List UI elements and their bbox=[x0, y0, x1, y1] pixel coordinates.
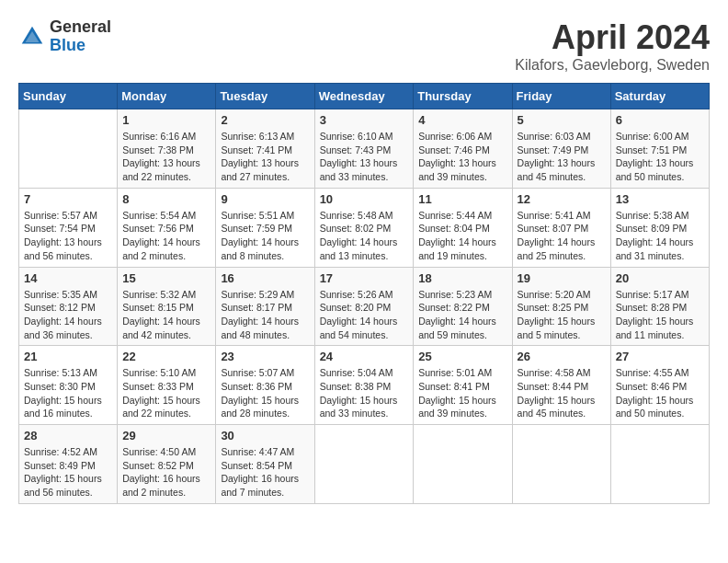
calendar-cell: 1Sunrise: 6:16 AM Sunset: 7:38 PM Daylig… bbox=[118, 109, 216, 189]
day-number: 20 bbox=[616, 271, 704, 285]
calendar-cell: 16Sunrise: 5:29 AM Sunset: 8:17 PM Dayli… bbox=[216, 267, 314, 346]
day-number: 2 bbox=[221, 113, 309, 127]
logo-icon bbox=[18, 23, 46, 51]
calendar-cell: 25Sunrise: 5:01 AM Sunset: 8:41 PM Dayli… bbox=[414, 346, 512, 425]
calendar-cell bbox=[512, 425, 610, 504]
week-row-2: 7Sunrise: 5:57 AM Sunset: 7:54 PM Daylig… bbox=[19, 188, 710, 267]
day-info: Sunrise: 5:41 AM Sunset: 8:07 PM Dayligh… bbox=[518, 209, 606, 263]
calendar-cell: 2Sunrise: 6:13 AM Sunset: 7:41 PM Daylig… bbox=[216, 109, 314, 189]
calendar-cell: 21Sunrise: 5:13 AM Sunset: 8:30 PM Dayli… bbox=[19, 346, 118, 425]
weekday-header-saturday: Saturday bbox=[610, 84, 709, 109]
day-number: 29 bbox=[122, 429, 210, 442]
day-number: 5 bbox=[518, 113, 606, 127]
calendar-cell: 18Sunrise: 5:23 AM Sunset: 8:22 PM Dayli… bbox=[414, 267, 512, 346]
calendar-cell: 6Sunrise: 6:00 AM Sunset: 7:51 PM Daylig… bbox=[610, 109, 709, 189]
location-title: Kilafors, Gaevleborg, Sweden bbox=[515, 57, 710, 74]
day-number: 15 bbox=[122, 271, 210, 285]
day-number: 18 bbox=[418, 271, 506, 285]
day-info: Sunrise: 6:10 AM Sunset: 7:43 PM Dayligh… bbox=[320, 130, 409, 184]
weekday-header-sunday: Sunday bbox=[19, 84, 118, 109]
calendar-cell: 19Sunrise: 5:20 AM Sunset: 8:25 PM Dayli… bbox=[512, 267, 610, 346]
day-info: Sunrise: 4:47 AM Sunset: 8:54 PM Dayligh… bbox=[221, 445, 309, 500]
day-number: 12 bbox=[518, 192, 606, 206]
logo-blue-text: Blue bbox=[50, 36, 85, 54]
week-row-5: 28Sunrise: 4:52 AM Sunset: 8:49 PM Dayli… bbox=[19, 425, 710, 504]
weekday-header-row: SundayMondayTuesdayWednesdayThursdayFrid… bbox=[19, 84, 710, 109]
day-number: 16 bbox=[221, 271, 309, 285]
week-row-4: 21Sunrise: 5:13 AM Sunset: 8:30 PM Dayli… bbox=[19, 346, 710, 425]
calendar-cell: 5Sunrise: 6:03 AM Sunset: 7:49 PM Daylig… bbox=[512, 109, 610, 189]
month-title: April 2024 bbox=[515, 18, 710, 57]
day-info: Sunrise: 5:04 AM Sunset: 8:38 PM Dayligh… bbox=[320, 366, 409, 420]
day-info: Sunrise: 5:51 AM Sunset: 7:59 PM Dayligh… bbox=[221, 209, 309, 263]
day-info: Sunrise: 5:17 AM Sunset: 8:28 PM Dayligh… bbox=[616, 288, 704, 342]
calendar-cell: 13Sunrise: 5:38 AM Sunset: 8:09 PM Dayli… bbox=[610, 188, 709, 267]
day-info: Sunrise: 5:35 AM Sunset: 8:12 PM Dayligh… bbox=[24, 288, 112, 342]
calendar-cell: 28Sunrise: 4:52 AM Sunset: 8:49 PM Dayli… bbox=[19, 425, 118, 504]
day-info: Sunrise: 6:03 AM Sunset: 7:49 PM Dayligh… bbox=[518, 130, 606, 184]
calendar-cell: 4Sunrise: 6:06 AM Sunset: 7:46 PM Daylig… bbox=[414, 109, 512, 189]
calendar-cell bbox=[610, 425, 709, 504]
day-number: 9 bbox=[221, 192, 309, 206]
week-row-1: 1Sunrise: 6:16 AM Sunset: 7:38 PM Daylig… bbox=[19, 109, 710, 189]
day-info: Sunrise: 6:13 AM Sunset: 7:41 PM Dayligh… bbox=[221, 130, 309, 184]
day-info: Sunrise: 4:50 AM Sunset: 8:52 PM Dayligh… bbox=[122, 445, 210, 500]
weekday-header-monday: Monday bbox=[118, 84, 216, 109]
calendar-cell: 27Sunrise: 4:55 AM Sunset: 8:46 PM Dayli… bbox=[610, 346, 709, 425]
day-info: Sunrise: 5:20 AM Sunset: 8:25 PM Dayligh… bbox=[518, 288, 606, 342]
calendar-cell: 20Sunrise: 5:17 AM Sunset: 8:28 PM Dayli… bbox=[610, 267, 709, 346]
day-info: Sunrise: 6:06 AM Sunset: 7:46 PM Dayligh… bbox=[418, 130, 506, 184]
logo-general-text: General bbox=[50, 17, 111, 36]
calendar-cell: 23Sunrise: 5:07 AM Sunset: 8:36 PM Dayli… bbox=[216, 346, 314, 425]
day-number: 25 bbox=[418, 350, 506, 363]
day-number: 30 bbox=[221, 429, 309, 442]
calendar-cell bbox=[19, 109, 118, 189]
day-number: 3 bbox=[320, 113, 409, 127]
calendar-cell: 9Sunrise: 5:51 AM Sunset: 7:59 PM Daylig… bbox=[216, 188, 314, 267]
weekday-header-friday: Friday bbox=[512, 84, 610, 109]
day-number: 6 bbox=[616, 113, 704, 127]
day-info: Sunrise: 5:38 AM Sunset: 8:09 PM Dayligh… bbox=[616, 209, 704, 263]
calendar-cell: 29Sunrise: 4:50 AM Sunset: 8:52 PM Dayli… bbox=[118, 425, 216, 504]
day-number: 4 bbox=[418, 113, 506, 127]
calendar-cell: 26Sunrise: 4:58 AM Sunset: 8:44 PM Dayli… bbox=[512, 346, 610, 425]
day-info: Sunrise: 5:29 AM Sunset: 8:17 PM Dayligh… bbox=[221, 288, 309, 342]
day-number: 17 bbox=[320, 271, 409, 285]
day-number: 10 bbox=[320, 192, 409, 206]
day-number: 23 bbox=[221, 350, 309, 363]
calendar-cell: 12Sunrise: 5:41 AM Sunset: 8:07 PM Dayli… bbox=[512, 188, 610, 267]
title-area: April 2024 Kilafors, Gaevleborg, Sweden bbox=[515, 18, 710, 74]
calendar-cell: 3Sunrise: 6:10 AM Sunset: 7:43 PM Daylig… bbox=[314, 109, 414, 189]
calendar-cell: 14Sunrise: 5:35 AM Sunset: 8:12 PM Dayli… bbox=[19, 267, 118, 346]
day-info: Sunrise: 4:52 AM Sunset: 8:49 PM Dayligh… bbox=[24, 445, 112, 500]
day-info: Sunrise: 5:13 AM Sunset: 8:30 PM Dayligh… bbox=[24, 366, 112, 420]
day-number: 27 bbox=[616, 350, 704, 363]
day-number: 11 bbox=[418, 192, 506, 206]
day-number: 8 bbox=[122, 192, 210, 206]
day-info: Sunrise: 5:01 AM Sunset: 8:41 PM Dayligh… bbox=[418, 366, 506, 420]
logo: General Blue bbox=[18, 18, 111, 55]
weekday-header-thursday: Thursday bbox=[414, 84, 512, 109]
weekday-header-wednesday: Wednesday bbox=[314, 84, 414, 109]
calendar-cell: 10Sunrise: 5:48 AM Sunset: 8:02 PM Dayli… bbox=[314, 188, 414, 267]
calendar-cell bbox=[314, 425, 414, 504]
day-info: Sunrise: 5:26 AM Sunset: 8:20 PM Dayligh… bbox=[320, 288, 409, 342]
calendar-cell: 11Sunrise: 5:44 AM Sunset: 8:04 PM Dayli… bbox=[414, 188, 512, 267]
day-number: 1 bbox=[122, 113, 210, 127]
calendar-cell: 30Sunrise: 4:47 AM Sunset: 8:54 PM Dayli… bbox=[216, 425, 314, 504]
day-info: Sunrise: 5:32 AM Sunset: 8:15 PM Dayligh… bbox=[122, 288, 210, 342]
day-info: Sunrise: 6:16 AM Sunset: 7:38 PM Dayligh… bbox=[122, 130, 210, 184]
calendar-cell: 22Sunrise: 5:10 AM Sunset: 8:33 PM Dayli… bbox=[118, 346, 216, 425]
day-info: Sunrise: 4:58 AM Sunset: 8:44 PM Dayligh… bbox=[518, 366, 606, 420]
day-info: Sunrise: 5:54 AM Sunset: 7:56 PM Dayligh… bbox=[122, 209, 210, 263]
calendar-cell: 17Sunrise: 5:26 AM Sunset: 8:20 PM Dayli… bbox=[314, 267, 414, 346]
calendar-cell: 8Sunrise: 5:54 AM Sunset: 7:56 PM Daylig… bbox=[118, 188, 216, 267]
day-info: Sunrise: 5:10 AM Sunset: 8:33 PM Dayligh… bbox=[122, 366, 210, 420]
day-number: 26 bbox=[518, 350, 606, 363]
day-info: Sunrise: 5:23 AM Sunset: 8:22 PM Dayligh… bbox=[418, 288, 506, 342]
calendar-cell: 15Sunrise: 5:32 AM Sunset: 8:15 PM Dayli… bbox=[118, 267, 216, 346]
day-info: Sunrise: 6:00 AM Sunset: 7:51 PM Dayligh… bbox=[616, 130, 704, 184]
day-number: 21 bbox=[24, 350, 112, 363]
calendar-cell: 7Sunrise: 5:57 AM Sunset: 7:54 PM Daylig… bbox=[19, 188, 118, 267]
calendar-cell: 24Sunrise: 5:04 AM Sunset: 8:38 PM Dayli… bbox=[314, 346, 414, 425]
